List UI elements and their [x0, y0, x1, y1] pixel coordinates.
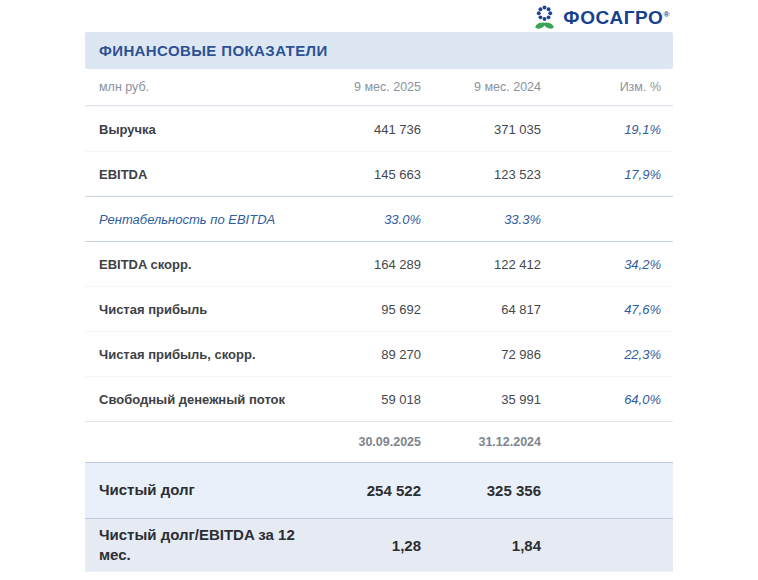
value-2: 1,84: [421, 537, 541, 554]
value-2: 325 356: [421, 482, 541, 499]
value-2025: 33.0%: [301, 212, 421, 227]
value-2025: 95 692: [301, 302, 421, 317]
row-label: Чистая прибыль, скорр.: [99, 347, 301, 362]
table-row-ebitda-margin: Рентабельность по EBITDA 33.0% 33.3%: [85, 196, 673, 241]
row-label: Чистый долг: [99, 480, 301, 500]
table-row-net-debt: Чистый долг 254 522 325 356: [85, 462, 673, 518]
row-label: EBITDA скорр.: [99, 257, 301, 272]
value-2025: 164 289: [301, 257, 421, 272]
row-label: Чистый долг/EBITDA за 12 мес.: [99, 525, 301, 566]
value-2025: 89 270: [301, 347, 421, 362]
col-header-change: Изм. %: [541, 80, 661, 94]
value-2024: 72 986: [421, 347, 541, 362]
table-row-ebitda-adj: EBITDA скорр. 164 289 122 412 34,2%: [85, 241, 673, 286]
value-2024: 33.3%: [421, 212, 541, 227]
value-2025: 145 663: [301, 167, 421, 182]
row-label: Рентабельность по EBITDA: [99, 212, 301, 227]
value-2025: 441 736: [301, 122, 421, 137]
col-header-2025: 9 мес. 2025: [301, 80, 421, 94]
unit-header: млн руб.: [99, 80, 301, 94]
table-row-free-cash-flow: Свободный денежный поток 59 018 35 991 6…: [85, 376, 673, 421]
row-label: Свободный денежный поток: [99, 392, 301, 407]
date-header-2025: 30.09.2025: [301, 435, 421, 449]
table-header-row: млн руб. 9 мес. 2025 9 мес. 2024 Изм. %: [85, 69, 673, 106]
value-change: 22,3%: [541, 347, 661, 362]
value-2024: 122 412: [421, 257, 541, 272]
trademark-symbol: ®: [664, 10, 671, 19]
value-change: 64,0%: [541, 392, 661, 407]
table-row-ebitda: EBITDA 145 663 123 523 17,9%: [85, 151, 673, 196]
phosagro-logo: ФОСАГРО®: [531, 4, 670, 31]
table-row-revenue: Выручка 441 736 371 035 19,1%: [85, 106, 673, 151]
table-row-net-profit: Чистая прибыль 95 692 64 817 47,6%: [85, 286, 673, 331]
date-header-2024: 31.12.2024: [421, 435, 541, 449]
row-label: Выручка: [99, 122, 301, 137]
value-2024: 35 991: [421, 392, 541, 407]
panel-title: ФИНАНСОВЫЕ ПОКАЗАТЕЛИ: [99, 42, 328, 59]
row-label: EBITDA: [99, 167, 301, 182]
col-header-2024: 9 мес. 2024: [421, 80, 541, 94]
value-change: 17,9%: [541, 167, 661, 182]
value-2024: 64 817: [421, 302, 541, 317]
table-row-net-profit-adj: Чистая прибыль, скорр. 89 270 72 986 22,…: [85, 331, 673, 376]
flower-icon: [531, 4, 558, 31]
table-row-net-debt-ebitda: Чистый долг/EBITDA за 12 мес. 1,28 1,84: [85, 518, 673, 572]
value-2024: 123 523: [421, 167, 541, 182]
panel-title-bar: ФИНАНСОВЫЕ ПОКАЗАТЕЛИ: [85, 32, 673, 69]
value-1: 254 522: [301, 482, 421, 499]
value-2024: 371 035: [421, 122, 541, 137]
row-label: Чистая прибыль: [99, 302, 301, 317]
date-header-row: 30.09.2025 31.12.2024: [85, 421, 673, 462]
logo-wordmark: ФОСАГРО®: [563, 8, 670, 27]
value-change: 34,2%: [541, 257, 661, 272]
value-change: 19,1%: [541, 122, 661, 137]
financials-panel: ФИНАНСОВЫЕ ПОКАЗАТЕЛИ млн руб. 9 мес. 20…: [85, 32, 673, 572]
value-1: 1,28: [301, 537, 421, 554]
value-2025: 59 018: [301, 392, 421, 407]
value-change: 47,6%: [541, 302, 661, 317]
